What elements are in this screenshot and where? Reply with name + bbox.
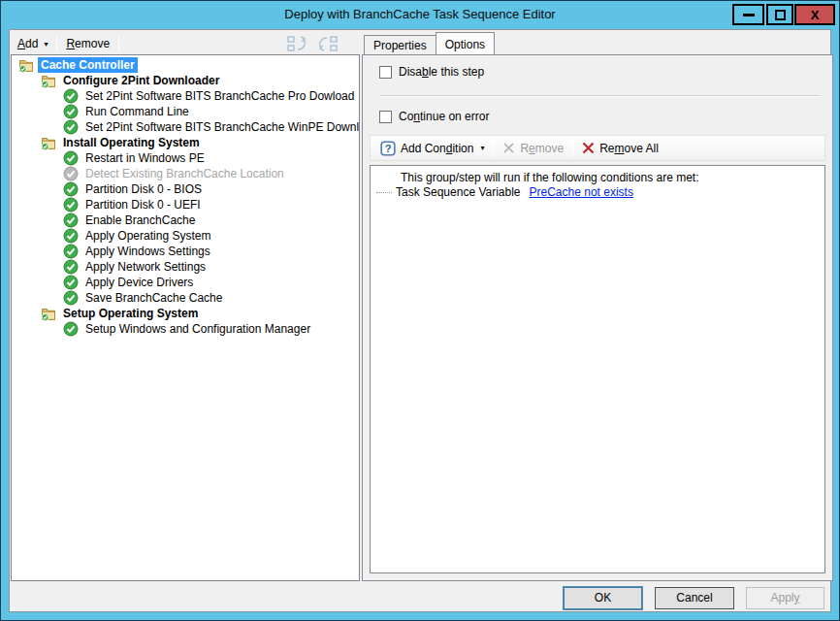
- step-check-icon: [63, 150, 79, 166]
- tree-item-label: Save BranchCache Cache: [82, 290, 225, 306]
- folder-check-icon: [18, 57, 34, 73]
- remove-all-label: Remove All: [599, 142, 659, 155]
- apply-button[interactable]: Apply: [746, 587, 824, 609]
- step-check-icon: [63, 228, 79, 244]
- tree-item-label: Apply Network Settings: [82, 259, 209, 275]
- cancel-button[interactable]: Cancel: [655, 587, 734, 609]
- close-button[interactable]: X: [794, 4, 835, 25]
- tree-item-label: Set 2Pint Software BITS BranchCache WinP…: [82, 119, 360, 135]
- disable-step-checkbox[interactable]: [379, 66, 392, 79]
- options-tab-page: Disable this step Continue on error ? Ad…: [362, 54, 833, 581]
- tree-item[interactable]: Detect Existing BranchCache Location: [12, 166, 359, 181]
- minimize-button[interactable]: [732, 4, 764, 25]
- add-condition-label: Add Condition: [401, 142, 473, 155]
- step-check-icon: [63, 244, 79, 259]
- tree-item-label: Configure 2Pint Downloader: [60, 73, 222, 88]
- tree-item-label: Apply Device Drivers: [82, 275, 196, 290]
- reorder-icons: [285, 34, 347, 53]
- remove-button[interactable]: Remove: [59, 35, 116, 52]
- svg-text:?: ?: [385, 143, 392, 154]
- tree-item[interactable]: Set 2Pint Software BITS BranchCache Pro …: [12, 88, 359, 104]
- close-icon: X: [811, 8, 820, 22]
- step-check-icon: [63, 181, 79, 197]
- tree-item[interactable]: Cache Controller: [12, 57, 359, 73]
- remove-button-label: Remove: [66, 37, 110, 50]
- tab-options[interactable]: Options: [436, 32, 495, 54]
- tree-item[interactable]: Setup Windows and Configuration Manager: [12, 321, 359, 337]
- tab-strip: Properties Options: [364, 33, 495, 54]
- disable-step-row: Disable this step: [379, 65, 484, 79]
- tree-branch-line: [376, 192, 392, 193]
- tree-item[interactable]: Save BranchCache Cache: [12, 290, 359, 306]
- add-button[interactable]: Add ▾: [11, 35, 54, 52]
- window-title: Deploy with BranchCache Task Sequence Ed…: [1, 7, 839, 21]
- tree-item[interactable]: Apply Windows Settings: [12, 244, 359, 259]
- tab-properties[interactable]: Properties: [364, 35, 436, 54]
- tree-item[interactable]: Install Operating System: [12, 135, 359, 150]
- continue-on-error-checkbox[interactable]: [379, 111, 392, 123]
- remove-condition-button[interactable]: Remove: [497, 140, 569, 157]
- step-check-icon: [63, 275, 79, 290]
- condition-value-link[interactable]: PreCache not exists: [530, 185, 633, 200]
- condition-type-label: Task Sequence Variable: [396, 185, 521, 200]
- folder-check-icon: [41, 306, 56, 321]
- step-check-icon: [63, 290, 79, 306]
- tree-item[interactable]: Partition Disk 0 - BIOS: [12, 181, 359, 197]
- tree-item[interactable]: Apply Operating System: [12, 228, 359, 244]
- tree-item[interactable]: Apply Network Settings: [12, 259, 359, 275]
- dialog-content: Add ▾ Remove: [9, 29, 831, 612]
- tree-item[interactable]: Apply Device Drivers: [12, 275, 359, 290]
- task-sequence-editor-window: Deploy with BranchCache Task Sequence Ed…: [0, 0, 840, 621]
- tree-item-label: Apply Operating System: [82, 228, 213, 244]
- tree-item[interactable]: Enable BranchCache: [12, 212, 359, 228]
- move-step-down-icon[interactable]: [314, 34, 339, 53]
- tree-item-label: Detect Existing BranchCache Location: [82, 166, 287, 181]
- maximize-icon: [775, 10, 786, 20]
- continue-on-error-row: Continue on error: [379, 110, 489, 123]
- tree-item-label: Partition Disk 0 - UEFI: [82, 197, 204, 212]
- toolbar-separator: [118, 36, 119, 51]
- tree-item-label: Cache Controller: [38, 57, 138, 73]
- condition-help-icon: ?: [380, 141, 396, 156]
- toolbar-separator: [493, 141, 494, 156]
- task-sequence-tree: Cache ControllerConfigure 2Pint Download…: [11, 54, 360, 581]
- minimize-icon: [743, 14, 755, 16]
- move-step-up-icon[interactable]: [285, 34, 310, 53]
- step-check-icon: [63, 88, 79, 104]
- tree-item-label: Setup Windows and Configuration Manager: [82, 321, 313, 337]
- tree-item[interactable]: Set 2Pint Software BITS BranchCache WinP…: [12, 119, 359, 135]
- remove-condition-label: Remove: [520, 142, 564, 155]
- condition-list: This group/step will run if the followin…: [370, 165, 825, 573]
- tree-item-label: Enable BranchCache: [82, 212, 198, 228]
- titlebar: Deploy with BranchCache Task Sequence Ed…: [1, 1, 839, 28]
- step-check-icon: [63, 212, 79, 228]
- tree-item-label: Set 2Pint Software BITS BranchCache Pro …: [82, 88, 357, 104]
- tree-toolbar: Add ▾ Remove: [11, 33, 121, 54]
- folder-check-icon: [41, 73, 56, 88]
- disable-step-label: Disable this step: [399, 65, 484, 79]
- condition-item[interactable]: Task Sequence Variable PreCache not exis…: [371, 185, 824, 200]
- maximize-button[interactable]: [766, 4, 793, 25]
- add-button-label: Add: [17, 37, 38, 50]
- tree-item-label: Setup Operating System: [60, 306, 201, 321]
- add-condition-button[interactable]: ? Add Condition ▾: [374, 139, 490, 158]
- tree-item[interactable]: Configure 2Pint Downloader: [12, 73, 359, 88]
- tree-item[interactable]: Run Command Line: [12, 104, 359, 119]
- tree-item-label: Partition Disk 0 - BIOS: [82, 181, 205, 197]
- continue-on-error-label: Continue on error: [399, 110, 489, 123]
- chevron-down-icon: ▾: [44, 40, 48, 49]
- remove-x-icon: [502, 142, 515, 154]
- toolbar-separator: [56, 36, 57, 51]
- tree-item-label: Restart in Windows PE: [82, 150, 208, 166]
- step-check-icon: [63, 166, 79, 181]
- separator-line: [379, 95, 819, 97]
- toolbar-separator: [572, 141, 573, 156]
- remove-all-x-icon: [582, 142, 595, 154]
- tree-item[interactable]: Partition Disk 0 - UEFI: [12, 197, 359, 212]
- tree-item[interactable]: Setup Operating System: [12, 306, 359, 321]
- ok-button[interactable]: OK: [564, 587, 642, 609]
- tree-item[interactable]: Restart in Windows PE: [12, 150, 359, 166]
- remove-all-conditions-button[interactable]: Remove All: [576, 140, 664, 157]
- tree-item-label: Install Operating System: [60, 135, 203, 150]
- step-check-icon: [63, 104, 79, 119]
